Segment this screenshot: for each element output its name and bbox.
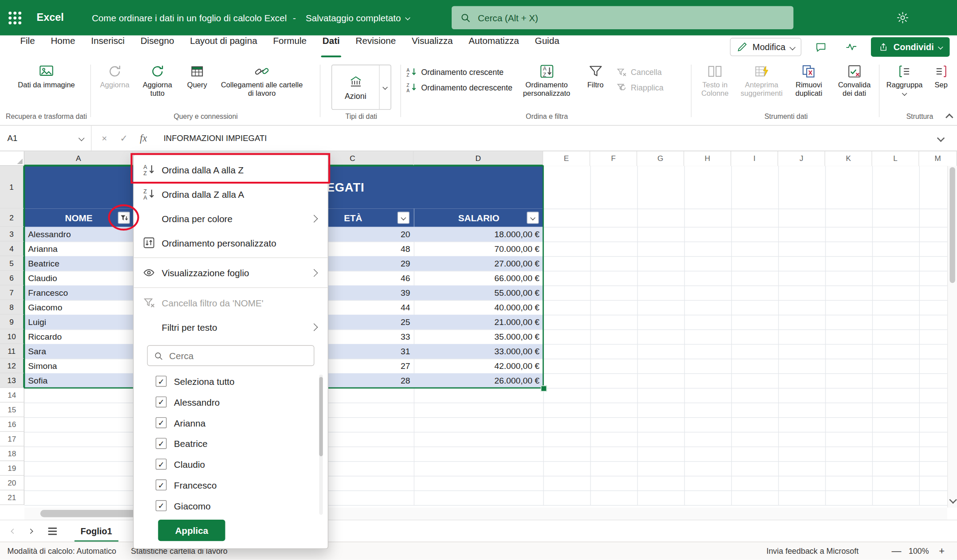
menu-item-ordina-per-colore[interactable]: Ordina per colore xyxy=(134,206,327,231)
search-bar[interactable] xyxy=(452,6,793,29)
cell-nome[interactable]: Sofia xyxy=(24,373,133,388)
cell-salario[interactable]: 27.000,00 € xyxy=(414,256,543,271)
row-header-7[interactable]: 7 xyxy=(0,286,24,300)
expand-formula-bar-icon[interactable] xyxy=(937,134,945,142)
scroll-right-icon[interactable] xyxy=(940,509,946,516)
filter-search-input[interactable] xyxy=(168,350,308,361)
header-cell-nome[interactable]: NOME xyxy=(24,208,133,227)
row-header-11[interactable]: 11 xyxy=(0,344,24,359)
row-header-8[interactable]: 8 xyxy=(0,300,24,315)
menu-item-ordina-dalla-z-alla-a[interactable]: ZAOrdina dalla Z alla A xyxy=(134,182,327,206)
cell-nome[interactable]: Simona xyxy=(24,359,133,373)
next-sheet-icon[interactable] xyxy=(23,522,38,540)
menu-item-filtri-per-testo[interactable]: Filtri per testo xyxy=(134,315,327,339)
ribbon-tab-inserisci[interactable]: Inserisci xyxy=(83,35,132,59)
column-header-a[interactable]: A xyxy=(24,151,133,166)
ribbon-tab-layout-di-pagina[interactable]: Layout di pagina xyxy=(182,35,265,59)
cell-nome[interactable]: Sara xyxy=(24,344,133,359)
filter-checkbox-alessandro[interactable]: ✓Alessandro xyxy=(134,392,327,412)
sheet-tab-foglio1[interactable]: Foglio1 xyxy=(70,520,123,542)
cell-nome[interactable]: Alessandro xyxy=(24,227,133,242)
filter-checkbox-francesco[interactable]: ✓Francesco xyxy=(134,474,327,495)
ordinamento-crescente-button[interactable]: AZ Ordinamento crescente xyxy=(404,67,515,77)
condividi-button[interactable]: Condividi xyxy=(871,37,950,57)
cancel-entry-icon[interactable]: × xyxy=(95,133,114,144)
document-title[interactable]: Come ordinare i dati in un foglio di cal… xyxy=(92,12,287,23)
zoom-level[interactable]: 100% xyxy=(909,547,929,556)
cell-salario[interactable]: 33.000,00 € xyxy=(414,344,543,359)
ribbon-tab-visualizza[interactable]: Visualizza xyxy=(404,35,461,59)
row-header-16[interactable]: 16 xyxy=(0,417,24,432)
filter-list-scrollbar[interactable] xyxy=(319,375,323,515)
row-header-1[interactable]: 1 xyxy=(0,166,24,208)
insert-function-icon[interactable]: fx xyxy=(134,132,153,145)
ribbon-tab-dati[interactable]: Dati xyxy=(315,35,348,59)
column-header-m[interactable]: M xyxy=(919,151,957,166)
raggruppa-button[interactable]: Raggruppa xyxy=(882,61,926,98)
ribbon-tab-automatizza[interactable]: Automatizza xyxy=(461,35,527,59)
row-header-19[interactable]: 19 xyxy=(0,461,24,476)
formula-content[interactable]: INFORMAZIONI IMPIEGATI xyxy=(156,133,938,143)
azioni-dropdown[interactable]: Azioni xyxy=(331,65,391,110)
modifica-button[interactable]: Modifica xyxy=(730,38,801,56)
zoom-in-button[interactable]: + xyxy=(934,545,950,557)
cell-salario[interactable]: 21.000,00 € xyxy=(414,315,543,329)
cell-salario[interactable]: 55.000,00 € xyxy=(414,286,543,300)
applica-button[interactable]: Applica xyxy=(158,520,225,541)
cell-nome[interactable]: Claudio xyxy=(24,271,133,286)
collegamenti-button[interactable]: Collegamenti alle cartelle di lavoro xyxy=(216,61,307,101)
menu-item-visualizzazione-foglio[interactable]: Visualizzazione foglio xyxy=(134,260,327,285)
row-header-20[interactable]: 20 xyxy=(0,476,24,490)
row-header-6[interactable]: 6 xyxy=(0,271,24,286)
dati-da-immagine-button[interactable]: Dati da immagine xyxy=(13,61,80,92)
header-cell-salario[interactable]: SALARIO xyxy=(414,208,543,227)
convalida-dati-button[interactable]: Convalida dei dati xyxy=(831,61,878,101)
previous-sheet-icon[interactable] xyxy=(6,522,21,540)
column-header-e[interactable]: E xyxy=(543,151,590,166)
zoom-out-button[interactable]: — xyxy=(888,545,904,557)
name-box[interactable]: A1 xyxy=(0,125,91,150)
cell-nome[interactable]: Arianna xyxy=(24,242,133,256)
row-header-21[interactable]: 21 xyxy=(0,490,24,505)
row-header-5[interactable]: 5 xyxy=(0,256,24,271)
row-header-9[interactable]: 9 xyxy=(0,315,24,329)
nome-filter-button[interactable] xyxy=(118,211,130,224)
settings-gear-icon[interactable] xyxy=(891,7,914,29)
cell-nome[interactable]: Riccardo xyxy=(24,329,133,344)
filter-search-box[interactable] xyxy=(147,345,315,366)
fill-handle[interactable] xyxy=(541,385,547,392)
cell-nome[interactable]: Luigi xyxy=(24,315,133,329)
cell-salario[interactable]: 35.000,00 € xyxy=(414,329,543,344)
cell-salario[interactable]: 66.000,00 € xyxy=(414,271,543,286)
cell-nome[interactable]: Francesco xyxy=(24,286,133,300)
search-input[interactable] xyxy=(477,12,785,23)
filter-checkbox-giacomo[interactable]: ✓Giacomo xyxy=(134,495,327,516)
ribbon-tab-formule[interactable]: Formule xyxy=(265,35,314,59)
filter-checkbox-arianna[interactable]: ✓Arianna xyxy=(134,412,327,433)
eta-filter-button[interactable] xyxy=(398,211,410,224)
column-header-g[interactable]: G xyxy=(637,151,684,166)
column-header-j[interactable]: J xyxy=(778,151,825,166)
ribbon-tab-file[interactable]: File xyxy=(12,35,43,59)
filter-checkbox-beatrice[interactable]: ✓Beatrice xyxy=(134,433,327,454)
activity-button[interactable] xyxy=(840,38,862,56)
column-header-i[interactable]: I xyxy=(731,151,778,166)
ribbon-tab-guida[interactable]: Guida xyxy=(527,35,567,59)
row-header-4[interactable]: 4 xyxy=(0,242,24,256)
scroll-left-icon[interactable] xyxy=(27,509,33,516)
filter-list-scroll-thumb[interactable] xyxy=(319,377,323,456)
separa-button[interactable]: Sep xyxy=(928,61,955,92)
cell-salario[interactable]: 40.000,00 € xyxy=(414,300,543,315)
row-header-14[interactable]: 14 xyxy=(0,388,24,403)
scroll-down-icon[interactable] xyxy=(949,496,957,504)
app-name[interactable]: Excel xyxy=(37,12,64,24)
cell-nome[interactable]: Beatrice xyxy=(24,256,133,271)
confirm-entry-icon[interactable]: ✓ xyxy=(115,132,133,145)
rimuovi-duplicati-button[interactable]: Rimuovi duplicati xyxy=(788,61,830,101)
row-header-10[interactable]: 10 xyxy=(0,329,24,344)
row-header-18[interactable]: 18 xyxy=(0,446,24,461)
save-status[interactable]: Salvataggio completato xyxy=(302,12,413,23)
row-header-13[interactable]: 13 xyxy=(0,373,24,388)
ribbon-tab-revisione[interactable]: Revisione xyxy=(348,35,404,59)
ordinamento-personalizzato-button[interactable]: AZ Ordinamento personalizzato xyxy=(516,61,577,101)
